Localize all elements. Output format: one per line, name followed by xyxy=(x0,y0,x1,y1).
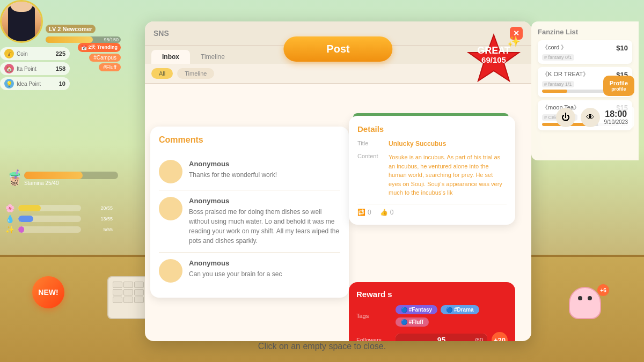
coin-label: Coin xyxy=(17,51,53,57)
sorrow-bar xyxy=(18,216,33,222)
subtab-all[interactable]: All xyxy=(151,68,173,79)
reward-tags-label: Tags xyxy=(356,313,391,319)
emotion-shock: ✨ 5/55 xyxy=(5,225,113,234)
reward-title: Reward s xyxy=(356,290,508,299)
fanzine-price-1: $10 xyxy=(616,44,628,52)
profile-button[interactable]: Profile profile xyxy=(603,76,634,96)
retweet-count: 0 xyxy=(368,209,371,216)
joy-bar xyxy=(18,205,41,211)
tab-inbox[interactable]: Inbox xyxy=(151,50,190,64)
tag-drama: 🔵 #Drama xyxy=(441,305,479,314)
stat-coin: 💰 Coin 225 xyxy=(0,47,70,60)
story-content: Yosuke is an incubus. As part of his tri… xyxy=(389,153,507,197)
player-level-badge: LV 2 Newcomer xyxy=(46,25,96,33)
stamina-icon: 🧋 xyxy=(5,169,24,187)
stat-ita-point: 🏠 Ita Point 158 xyxy=(0,62,70,75)
reward-tags-row: Tags 🔵 #Fantasy 🔵 #Drama 🔵 #Fluff xyxy=(356,305,508,327)
fanzine-name-2: 《K OR TREAT》 xyxy=(542,70,589,78)
details-content-row: Content Yosuke is an incubus. As part of… xyxy=(357,153,507,197)
details-title-row: Title Unlucky Succubus xyxy=(357,140,507,147)
ita-point-icon: 🏠 xyxy=(4,64,14,73)
shock-value: 5/55 xyxy=(83,227,113,232)
comment-item: Anonymous Thanks for the wonderful work! xyxy=(159,153,340,190)
comment-item: Anonymous Boss praised me for doing them… xyxy=(159,190,340,253)
ita-point-value: 158 xyxy=(56,65,65,72)
comment-author-1: Anonymous xyxy=(189,160,340,168)
idea-point-icon: 💡 xyxy=(4,79,14,88)
fanzine-item-1[interactable]: 《cord 》 $10 # fantasy 0/1 xyxy=(538,40,632,64)
post-button[interactable]: Post xyxy=(283,36,392,62)
ghost-character: +6 xyxy=(564,287,606,330)
comment-text-1: Thanks for the wonderful work! xyxy=(189,170,340,180)
trending-tag-campus[interactable]: #Campus xyxy=(89,54,121,62)
click-close-hint: Click on an empty space to close. xyxy=(258,342,386,351)
eye-button[interactable]: 👁 xyxy=(581,108,600,127)
retweet-icon: 🔁 xyxy=(357,209,365,216)
sorrow-icon: 💧 xyxy=(5,215,16,223)
story-actions: 🔁 0 👍 0 xyxy=(357,204,507,216)
avatar xyxy=(0,0,43,43)
followers-current: 95 xyxy=(437,336,446,341)
details-panel: Details Title Unlucky Succubus Content Y… xyxy=(349,116,515,225)
sparkle-icon: ✨ xyxy=(507,35,521,48)
idea-point-value: 10 xyxy=(59,80,65,87)
subtab-timeline[interactable]: Timeline xyxy=(177,68,214,79)
shock-icon: ✨ xyxy=(5,225,16,234)
details-content-label: Content xyxy=(357,153,384,197)
like-count: 0 xyxy=(390,209,394,216)
followers-plus-badge: +20 xyxy=(492,332,508,341)
fanzine-name-1: 《cord 》 xyxy=(542,43,567,51)
story-title: Unlucky Succubus xyxy=(389,140,446,147)
followers-max: /80 xyxy=(475,337,483,341)
comment-item: Anonymous Can you use your brain for a s… xyxy=(159,253,340,289)
trending-tag-fluff[interactable]: #Fluff xyxy=(99,63,121,71)
bottom-icons: ⏻ 👁 xyxy=(506,108,600,127)
ghost-plus-badge: +6 xyxy=(597,284,609,296)
comment-author-3: Anonymous xyxy=(189,259,340,267)
stamina-bar xyxy=(24,172,83,179)
stamina-area: 🧋 Stamina 25/40 xyxy=(5,172,118,186)
emotion-joy: 🌸 20/55 xyxy=(5,204,113,212)
commenter-avatar-3 xyxy=(159,259,182,283)
like-action[interactable]: 👍 0 xyxy=(380,209,394,216)
ita-point-label: Ita Point xyxy=(17,66,53,72)
great-badge-container: GREAT 69/105 ✨ xyxy=(464,32,523,91)
details-title-label: Title xyxy=(357,140,384,147)
comment-text-2: Boss praised me for doing them dishes so… xyxy=(189,207,340,246)
fanzine-tag-2: # fantasy 1/1 xyxy=(542,81,574,87)
emotion-sorrow: 💧 13/55 xyxy=(5,215,113,223)
coin-icon: 💰 xyxy=(4,49,14,58)
details-panel-title: Details xyxy=(357,124,507,134)
great-score: 69/105 xyxy=(464,55,523,64)
stamina-label: Stamina 25/40 xyxy=(24,180,118,186)
comment-text-3: Can you use your brain for a sec xyxy=(189,269,340,279)
power-button[interactable]: ⏻ xyxy=(556,108,575,127)
left-sidebar: LV 2 Newcomer 95/150 📅 2天 Trending #Camp… xyxy=(0,0,123,300)
tab-timeline[interactable]: Timeline xyxy=(190,50,236,64)
tag-fantasy: 🔵 #Fantasy xyxy=(396,305,437,314)
trending-area: 📅 2天 Trending #Campus #Fluff xyxy=(78,43,121,71)
stat-idea-point: 💡 Idea Point 10 xyxy=(0,77,70,90)
fanzine-title: Fanzine List xyxy=(538,28,632,36)
time-value: 18:00 xyxy=(604,109,628,119)
reward-followers-row: Followers 95 /80 +20 xyxy=(356,332,508,341)
comment-author-2: Anonymous xyxy=(189,197,340,205)
exp-display: 95/150 xyxy=(104,36,119,43)
tag-fluff: 🔵 #Fluff xyxy=(396,317,429,327)
sns-window-title: SNS xyxy=(153,29,169,38)
player-card: LV 2 Newcomer 95/150 📅 2天 Trending #Camp… xyxy=(0,0,121,90)
shock-bar xyxy=(18,226,24,233)
joy-value: 20/55 xyxy=(83,205,113,211)
date-value: 9/10/2023 xyxy=(604,119,628,125)
emotion-bars: 🌸 20/55 💧 13/55 ✨ 5/55 xyxy=(5,204,113,234)
retweet-action[interactable]: 🔁 0 xyxy=(357,209,371,216)
sns-content: Comments Anonymous Thanks for the wonder… xyxy=(145,84,531,341)
commenter-avatar-2 xyxy=(159,197,182,220)
time-display: 18:00 9/10/2023 xyxy=(598,106,635,128)
sorrow-value: 13/55 xyxy=(83,216,113,221)
main-content-area: SNS ✕ Inbox Timeline All Timeline Post C… xyxy=(123,11,639,319)
reward-panel: Reward s Tags 🔵 #Fantasy 🔵 #Drama 🔵 #Flu… xyxy=(349,282,515,341)
comments-panel: Comments Anonymous Thanks for the wonder… xyxy=(150,127,349,298)
like-icon: 👍 xyxy=(380,209,388,216)
commenter-avatar-1 xyxy=(159,160,182,183)
